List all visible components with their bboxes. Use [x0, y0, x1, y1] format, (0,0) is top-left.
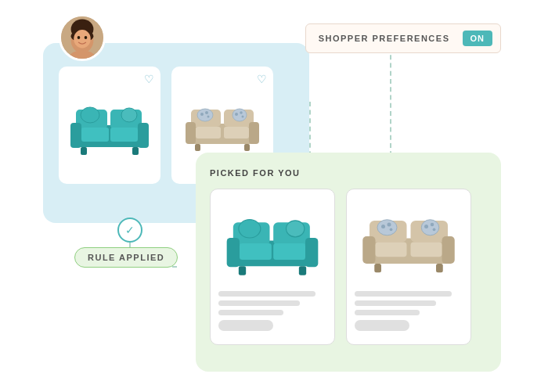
svg-rect-52	[376, 243, 407, 257]
svg-rect-17	[224, 127, 249, 138]
result-card-beige-details	[355, 291, 463, 331]
product-card-teal: ♡	[59, 67, 160, 184]
rule-applied-badge: RULE APPLIED	[74, 247, 178, 268]
svg-point-61	[424, 225, 428, 228]
avatar-image	[61, 14, 103, 61]
svg-point-23	[207, 116, 210, 118]
svg-point-22	[205, 111, 208, 114]
svg-rect-50	[362, 236, 375, 264]
svg-rect-8	[132, 147, 139, 155]
svg-point-10	[121, 108, 137, 122]
preferences-label: SHOPPER PREFERENCES	[319, 34, 450, 43]
text-line-3	[218, 310, 283, 315]
svg-rect-43	[239, 266, 246, 275]
result-card-teal-details	[218, 291, 326, 331]
svg-rect-41	[240, 243, 272, 260]
svg-point-60	[421, 220, 439, 236]
result-card-beige	[346, 189, 471, 345]
svg-rect-5	[81, 128, 109, 142]
svg-point-63	[433, 228, 436, 231]
result-card-beige-image	[354, 197, 463, 283]
svg-point-59	[390, 228, 393, 231]
green-panel-cards	[210, 189, 487, 345]
svg-point-62	[431, 223, 434, 227]
svg-point-57	[381, 225, 385, 228]
svg-point-34	[85, 36, 88, 39]
check-icon: ✓	[125, 224, 135, 236]
svg-point-24	[233, 109, 247, 121]
svg-rect-19	[244, 144, 250, 151]
result-card-teal	[210, 189, 335, 345]
heart-icon-beige[interactable]: ♡	[257, 73, 267, 85]
svg-point-58	[388, 223, 391, 227]
svg-rect-14	[186, 122, 196, 144]
svg-rect-7	[81, 147, 87, 155]
svg-point-45	[239, 219, 261, 237]
picked-for-you-panel: PICKED FOR YOU	[196, 153, 501, 372]
svg-rect-51	[442, 236, 455, 264]
svg-rect-6	[110, 128, 138, 142]
svg-rect-44	[299, 266, 306, 275]
svg-rect-18	[195, 144, 200, 151]
svg-rect-4	[138, 123, 149, 148]
svg-point-56	[377, 220, 397, 236]
text-line-5	[355, 300, 436, 306]
card-button-teal[interactable]	[218, 320, 273, 331]
svg-rect-15	[249, 122, 259, 144]
svg-point-21	[200, 113, 204, 116]
svg-point-25	[235, 113, 238, 116]
svg-rect-40	[305, 238, 318, 267]
heart-icon-teal[interactable]: ♡	[144, 73, 154, 85]
svg-rect-54	[374, 264, 381, 272]
text-line-6	[355, 310, 420, 315]
user-avatar	[59, 14, 106, 61]
svg-point-33	[78, 36, 81, 39]
svg-point-46	[287, 220, 305, 236]
svg-point-9	[81, 107, 99, 123]
main-scene: SHOPPER PREFERENCES ON ♡	[0, 0, 548, 392]
svg-rect-42	[273, 243, 305, 260]
svg-rect-53	[411, 243, 442, 257]
svg-rect-55	[436, 264, 443, 272]
result-sofa-beige	[358, 201, 460, 279]
svg-rect-16	[196, 127, 221, 138]
result-card-teal-image	[218, 197, 327, 283]
svg-rect-39	[227, 238, 240, 267]
preferences-bar: SHOPPER PREFERENCES ON	[305, 23, 501, 53]
svg-point-32	[74, 30, 91, 48]
svg-point-26	[240, 111, 243, 114]
text-line-2	[218, 300, 300, 306]
check-circle: ✓	[117, 218, 142, 243]
result-sofa-teal	[218, 200, 327, 282]
svg-point-20	[197, 109, 213, 121]
preferences-toggle[interactable]: ON	[463, 31, 493, 46]
text-line-4	[355, 291, 452, 297]
picked-for-you-title: PICKED FOR YOU	[210, 168, 487, 178]
svg-rect-3	[70, 123, 81, 148]
sofa-beige-image	[183, 94, 261, 156]
card-button-beige[interactable]	[355, 320, 409, 331]
text-line-1	[218, 291, 315, 297]
svg-point-27	[242, 116, 244, 118]
rule-applied-label: RULE APPLIED	[88, 253, 164, 262]
sofa-teal-image	[67, 90, 153, 160]
